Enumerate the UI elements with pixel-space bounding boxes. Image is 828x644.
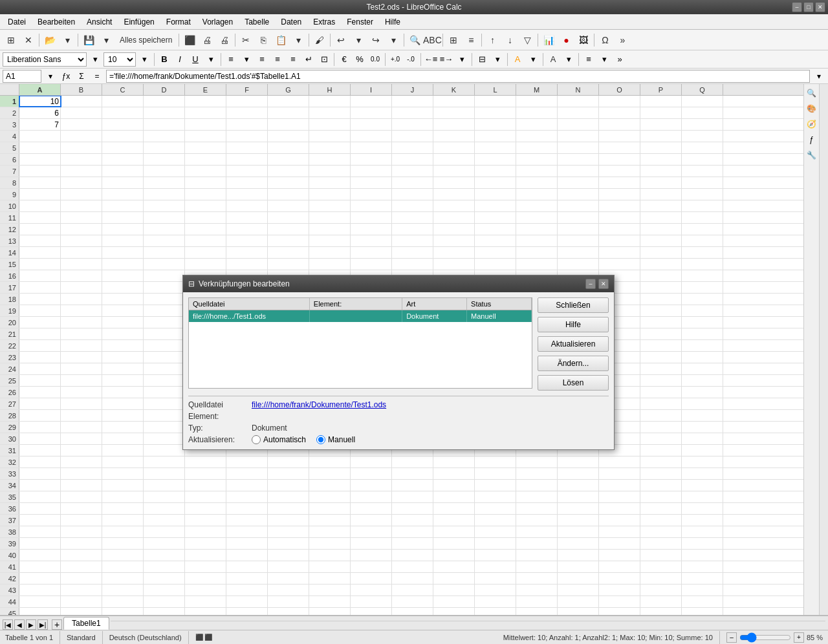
cell[interactable] — [185, 247, 226, 258]
close-dialog-button[interactable]: Schließen — [538, 297, 609, 313]
cell[interactable] — [268, 526, 309, 537]
cell[interactable] — [19, 456, 61, 467]
col-header-f[interactable]: F — [226, 84, 268, 95]
cell[interactable] — [558, 107, 599, 118]
cell[interactable] — [558, 573, 599, 584]
cell[interactable] — [61, 154, 102, 165]
cell[interactable] — [185, 480, 226, 491]
cell[interactable] — [682, 596, 723, 607]
menu-datei[interactable]: Datei — [3, 16, 31, 28]
cell[interactable] — [144, 340, 185, 351]
cell[interactable] — [226, 585, 268, 596]
cell[interactable] — [516, 503, 558, 514]
cell[interactable] — [516, 235, 558, 246]
vertical-scrollbar[interactable] — [819, 84, 828, 615]
cell[interactable] — [682, 491, 723, 502]
cell[interactable] — [102, 433, 144, 444]
cell[interactable] — [599, 119, 640, 130]
cell[interactable] — [185, 491, 226, 502]
cell[interactable] — [185, 107, 226, 118]
cell[interactable] — [144, 422, 185, 433]
cell[interactable] — [19, 398, 61, 409]
cell[interactable] — [226, 491, 268, 502]
cell[interactable] — [61, 387, 102, 398]
cell[interactable] — [144, 387, 185, 398]
cell[interactable] — [351, 491, 392, 502]
cell[interactable] — [268, 480, 309, 491]
cell[interactable] — [558, 561, 599, 572]
cell[interactable] — [640, 550, 682, 561]
cell[interactable] — [392, 561, 433, 572]
row-number-16[interactable]: 16 — [0, 270, 19, 281]
row-number-21[interactable]: 21 — [0, 328, 19, 339]
cell[interactable] — [144, 212, 185, 223]
menu-hilfe[interactable]: Hilfe — [380, 16, 406, 28]
cell[interactable] — [433, 107, 475, 118]
cell[interactable] — [475, 561, 516, 572]
cell[interactable] — [185, 550, 226, 561]
row-number-38[interactable]: 38 — [0, 526, 19, 537]
cell[interactable] — [61, 573, 102, 584]
cell[interactable] — [599, 259, 640, 270]
row-number-11[interactable]: 11 — [0, 212, 19, 223]
cell[interactable] — [640, 96, 682, 107]
cell[interactable] — [392, 585, 433, 596]
cell[interactable] — [640, 107, 682, 118]
col-header-m[interactable]: M — [516, 84, 558, 95]
cell[interactable] — [185, 561, 226, 572]
row-number-28[interactable]: 28 — [0, 410, 19, 421]
cell[interactable] — [102, 131, 144, 142]
cell[interactable] — [351, 480, 392, 491]
cell[interactable] — [682, 270, 723, 281]
align-right-button[interactable]: ≡ — [270, 52, 285, 67]
menu-tabelle[interactable]: Tabelle — [239, 16, 274, 28]
row-number-26[interactable]: 26 — [0, 387, 19, 398]
horizontal-scrollbar[interactable] — [111, 621, 825, 630]
cell[interactable] — [433, 131, 475, 142]
cell[interactable] — [102, 596, 144, 607]
cell[interactable] — [682, 608, 723, 615]
cell[interactable] — [102, 410, 144, 421]
cell[interactable] — [102, 491, 144, 502]
cell[interactable] — [682, 375, 723, 386]
cell[interactable] — [61, 608, 102, 615]
cell[interactable] — [475, 212, 516, 223]
cell[interactable] — [268, 503, 309, 514]
cell[interactable] — [61, 433, 102, 444]
cell[interactable] — [475, 468, 516, 479]
cell[interactable] — [475, 131, 516, 142]
cell[interactable] — [640, 305, 682, 316]
cell[interactable] — [640, 282, 682, 293]
filter-button[interactable]: ▽ — [519, 32, 536, 48]
cell[interactable] — [309, 131, 351, 142]
cell[interactable] — [682, 422, 723, 433]
cell[interactable] — [392, 573, 433, 584]
row-number-3[interactable]: 3 — [0, 119, 19, 130]
cell[interactable] — [475, 456, 516, 467]
cell[interactable] — [268, 189, 309, 200]
cell[interactable] — [516, 131, 558, 142]
cell[interactable] — [61, 270, 102, 281]
currency-button[interactable]: € — [337, 52, 351, 67]
col-header-p[interactable]: P — [640, 84, 682, 95]
cell[interactable] — [61, 503, 102, 514]
cell[interactable] — [226, 550, 268, 561]
cell[interactable] — [61, 596, 102, 607]
cell[interactable] — [516, 468, 558, 479]
cell[interactable] — [102, 445, 144, 456]
cell[interactable] — [102, 189, 144, 200]
cell[interactable] — [516, 107, 558, 118]
save-button[interactable]: 💾 — [80, 32, 97, 48]
cell[interactable] — [640, 398, 682, 409]
cell[interactable] — [558, 526, 599, 537]
cell[interactable] — [640, 410, 682, 421]
cell[interactable] — [516, 177, 558, 188]
manual-radio-label[interactable]: Manuell — [316, 435, 355, 444]
cell[interactable] — [516, 96, 558, 107]
cell[interactable] — [268, 538, 309, 549]
number-format-button[interactable]: 0.0 — [368, 52, 382, 67]
indent-dropdown[interactable]: ▾ — [455, 52, 469, 67]
row-number-33[interactable]: 33 — [0, 468, 19, 479]
cell[interactable] — [102, 270, 144, 281]
cell[interactable] — [475, 550, 516, 561]
